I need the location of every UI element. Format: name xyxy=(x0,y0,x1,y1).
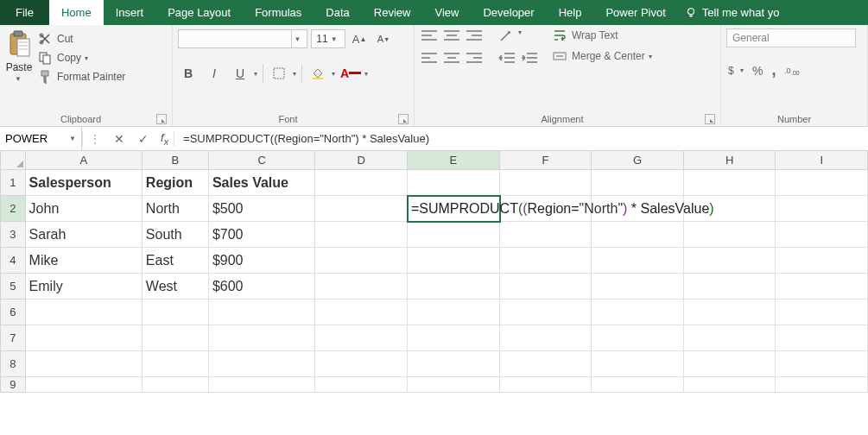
copy-button[interactable]: Copy ▾ xyxy=(38,51,125,65)
cell[interactable] xyxy=(143,325,209,351)
cell[interactable] xyxy=(592,351,684,377)
cell[interactable] xyxy=(408,248,500,274)
tab-home[interactable]: Home xyxy=(49,0,104,25)
comma-button[interactable]: , xyxy=(771,61,776,79)
cell[interactable] xyxy=(26,377,143,393)
formula-history-button[interactable]: ⋮ xyxy=(83,127,107,150)
cell[interactable] xyxy=(592,248,684,274)
cell[interactable] xyxy=(143,299,209,325)
cell[interactable]: North xyxy=(143,196,209,222)
row-header[interactable]: 8 xyxy=(0,351,26,377)
align-bottom-button[interactable] xyxy=(465,28,484,44)
alignment-dialog-launcher[interactable] xyxy=(705,114,715,124)
cell[interactable] xyxy=(209,299,315,325)
fx-icon[interactable]: fx xyxy=(155,131,174,147)
cell[interactable] xyxy=(209,325,315,351)
cell[interactable] xyxy=(26,299,143,325)
font-color-button[interactable]: A xyxy=(340,63,361,84)
cell[interactable] xyxy=(684,377,776,393)
cell[interactable] xyxy=(408,274,500,299)
cell[interactable] xyxy=(315,248,408,274)
accounting-format-button[interactable]: $▾ xyxy=(726,64,744,78)
cell[interactable] xyxy=(592,377,684,393)
col-header-e[interactable]: E xyxy=(408,151,500,170)
cell[interactable] xyxy=(500,248,592,274)
tab-view[interactable]: View xyxy=(422,0,471,25)
cell[interactable] xyxy=(315,222,408,248)
tab-formulas[interactable]: Formulas xyxy=(243,0,314,25)
row-header[interactable]: 9 xyxy=(0,377,26,393)
format-painter-button[interactable]: Format Painter xyxy=(38,70,125,84)
decrease-indent-button[interactable] xyxy=(497,51,516,66)
cell[interactable] xyxy=(684,325,776,351)
row-header[interactable]: 1 xyxy=(0,170,26,196)
cell[interactable] xyxy=(315,325,408,351)
col-header-a[interactable]: A xyxy=(26,151,143,170)
tab-data[interactable]: Data xyxy=(314,0,361,25)
cell[interactable]: Sarah xyxy=(26,222,143,248)
cell[interactable]: Emily xyxy=(26,274,143,299)
tab-page-layout[interactable]: Page Layout xyxy=(155,0,243,25)
cell[interactable] xyxy=(26,325,143,351)
cell[interactable] xyxy=(408,325,500,351)
cell[interactable] xyxy=(143,351,209,377)
cell[interactable] xyxy=(776,170,868,196)
align-middle-button[interactable] xyxy=(442,28,461,44)
cell[interactable] xyxy=(500,377,592,393)
tab-file[interactable]: File xyxy=(0,0,49,25)
fill-color-button[interactable] xyxy=(307,63,328,84)
increase-indent-button[interactable] xyxy=(520,51,539,66)
cell[interactable] xyxy=(315,351,408,377)
col-header-h[interactable]: H xyxy=(684,151,776,170)
cell[interactable] xyxy=(684,222,776,248)
cell[interactable]: $600 xyxy=(209,274,315,299)
cell[interactable] xyxy=(315,299,408,325)
percent-button[interactable]: % xyxy=(752,64,763,78)
wrap-text-button[interactable]: Wrap Text xyxy=(553,28,652,42)
cell[interactable] xyxy=(209,377,315,393)
cell[interactable] xyxy=(408,299,500,325)
row-header[interactable]: 7 xyxy=(0,325,26,351)
name-box[interactable]: POWER ▼ xyxy=(0,127,82,150)
cell[interactable] xyxy=(143,377,209,393)
tell-me[interactable]: Tell me what yo xyxy=(678,0,787,25)
cell[interactable] xyxy=(315,196,408,222)
row-header[interactable]: 4 xyxy=(0,248,26,274)
cell[interactable] xyxy=(592,274,684,299)
cell[interactable] xyxy=(592,299,684,325)
cell[interactable] xyxy=(776,325,868,351)
row-header[interactable]: 2 xyxy=(0,196,26,222)
cell[interactable]: Sales Value xyxy=(209,170,315,196)
row-header[interactable]: 6 xyxy=(0,299,26,325)
font-size-select[interactable]: 11 ▼ xyxy=(311,29,345,48)
col-header-d[interactable]: D xyxy=(315,151,408,170)
cell[interactable] xyxy=(408,377,500,393)
cell[interactable] xyxy=(776,274,868,299)
cell[interactable] xyxy=(408,222,500,248)
cell[interactable] xyxy=(592,325,684,351)
col-header-b[interactable]: B xyxy=(143,151,209,170)
col-header-i[interactable]: I xyxy=(776,151,868,170)
tab-insert[interactable]: Insert xyxy=(104,0,156,25)
cell[interactable] xyxy=(209,351,315,377)
underline-button[interactable]: U xyxy=(230,63,250,84)
merge-center-button[interactable]: Merge & Center ▾ xyxy=(553,49,652,63)
align-top-button[interactable] xyxy=(420,28,439,44)
col-header-c[interactable]: C xyxy=(209,151,315,170)
cell[interactable] xyxy=(500,274,592,299)
cell[interactable]: $500 xyxy=(209,196,315,222)
cell[interactable] xyxy=(315,170,408,196)
clipboard-dialog-launcher[interactable] xyxy=(156,114,167,124)
col-header-g[interactable]: G xyxy=(592,151,684,170)
cell[interactable] xyxy=(408,351,500,377)
col-header-f[interactable]: F xyxy=(500,151,592,170)
cell[interactable]: John xyxy=(26,196,143,222)
cell[interactable] xyxy=(684,170,776,196)
cell-selected[interactable]: =SUMPRODUCT((Region="North") * SalesValu… xyxy=(408,196,500,222)
cell[interactable] xyxy=(776,248,868,274)
cell[interactable]: South xyxy=(143,222,209,248)
increase-font-button[interactable]: A▲ xyxy=(349,28,370,49)
cell[interactable] xyxy=(684,299,776,325)
accept-formula-button[interactable]: ✓ xyxy=(131,127,155,150)
cell[interactable] xyxy=(776,222,868,248)
